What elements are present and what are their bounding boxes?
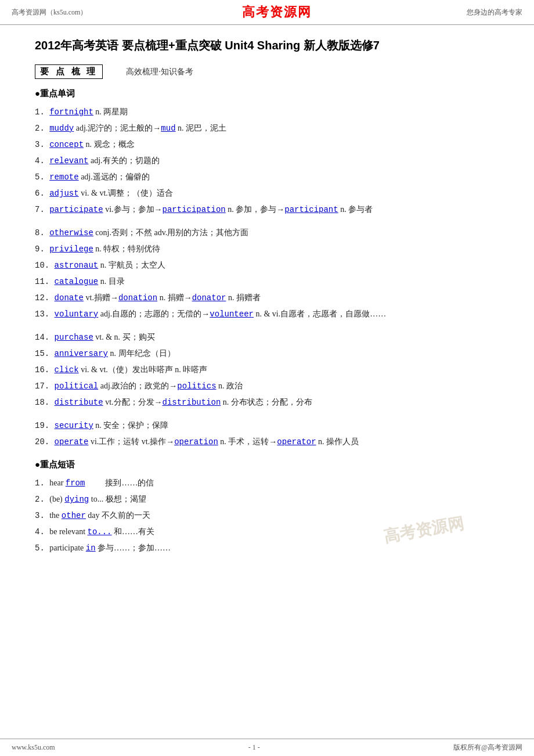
list-item: 15. anniversary n. 周年纪念（日）	[35, 345, 499, 362]
word-link-voluntary[interactable]: voluntary	[55, 309, 99, 319]
page-wrapper: 高考资源网（ks5u.com） 高考资源网 您身边的高考专家 高考资源网 201…	[0, 0, 534, 756]
word-link-relevant[interactable]: relevant	[49, 156, 88, 165]
list-item: 19. security n. 安全；保护；保障	[35, 417, 499, 434]
list-item: 14. purchase vt. & n. 买；购买	[35, 329, 499, 345]
list-item: 5. participate in 参与……；参加……	[35, 540, 499, 556]
word-link-remote[interactable]: remote	[49, 172, 78, 182]
word-link-distribute[interactable]: distribute	[55, 398, 103, 407]
list-item: 17. political adj.政治的；政党的→politics n. 政治	[35, 378, 499, 394]
list-item: 7. participate vi.参与；参加→participation n.…	[35, 201, 499, 218]
list-item: 4. relevant adj.有关的；切题的	[35, 153, 499, 169]
list-item: 5. remote adj.遥远的；偏僻的	[35, 169, 499, 185]
word-link-otherwise[interactable]: otherwise	[49, 228, 93, 237]
header-logo: 高考资源网	[242, 3, 312, 21]
list-item: 4. be relevant to... 和……有关	[35, 524, 499, 540]
list-item: 16. click vi. & vt.（使）发出咔嗒声 n. 咔嗒声	[35, 362, 499, 378]
section-header-sub: 高效梳理·知识备考	[126, 67, 193, 77]
list-item: 10. astronaut n. 宇航员；太空人	[35, 257, 499, 273]
word-link-politics[interactable]: politics	[177, 381, 216, 391]
list-item: 9. privilege n. 特权；特别优待	[35, 241, 499, 257]
word-link-mud[interactable]: mud	[161, 124, 175, 133]
word-link-operation[interactable]: operation	[174, 437, 218, 447]
main-title: 2012年高考英语 要点梳理+重点突破 Unit4 Sharing 新人教版选修…	[35, 37, 499, 54]
word-list-1: 1. fortnight n. 两星期 2. muddy adj.泥泞的；泥土般…	[35, 104, 499, 218]
page-header: 高考资源网（ks5u.com） 高考资源网 您身边的高考专家	[0, 0, 534, 25]
word-link-donator[interactable]: donator	[192, 293, 226, 303]
word-link-donation[interactable]: donation	[118, 293, 157, 303]
bullet-words-title: ●重点单词	[35, 88, 499, 99]
word-list-2: 8. otherwise conj.否则；不然 adv.用别的方法；其他方面 9…	[35, 225, 499, 322]
list-item: 13. voluntary adj.自愿的；志愿的；无偿的→volunteer …	[35, 306, 499, 322]
word-link-participant[interactable]: participant	[284, 205, 338, 214]
list-item: 20. operate vi.工作；运转 vt.操作→operation n. …	[35, 434, 499, 450]
word-link-fortnight[interactable]: fortnight	[49, 107, 93, 117]
word-link-participate[interactable]: participate	[49, 205, 103, 214]
list-item: 2. (be) dying to... 极想；渴望	[35, 491, 499, 507]
word-link-participation[interactable]: participation	[163, 205, 226, 214]
list-item: 3. the other day 不久前的一天	[35, 507, 499, 524]
word-link-concept[interactable]: concept	[49, 140, 84, 149]
list-item: 12. donate vt.捐赠→donation n. 捐赠→donator …	[35, 290, 499, 306]
word-link-muddy[interactable]: muddy	[49, 124, 74, 133]
word-list-4: 19. security n. 安全；保护；保障 20. operate vi.…	[35, 417, 499, 450]
word-link-donate[interactable]: donate	[55, 293, 84, 303]
page-footer: www.ks5u.com - 1 - 版权所有@高考资源网	[0, 739, 534, 756]
word-link-purchase[interactable]: purchase	[55, 333, 93, 342]
word-link-click[interactable]: click	[55, 365, 79, 375]
word-link-political[interactable]: political	[55, 381, 99, 391]
section-header: 要 点 梳 理 高效梳理·知识备考	[35, 64, 499, 79]
list-item: 3. concept n. 观念；概念	[35, 136, 499, 153]
header-right: 您身边的高考专家	[467, 8, 522, 17]
phrase-list: 1. hear from 接到……的信 2. (be) dying to... …	[35, 475, 499, 556]
list-item: 6. adjust vi. & vt.调整；（使）适合	[35, 185, 499, 201]
footer-right: 版权所有@高考资源网	[453, 743, 522, 753]
word-link-adjust[interactable]: adjust	[49, 189, 78, 198]
section-header-label: 要 点 梳 理	[35, 64, 103, 79]
word-list-3: 14. purchase vt. & n. 买；购买 15. anniversa…	[35, 329, 499, 411]
word-link-operator[interactable]: operator	[277, 437, 316, 447]
list-item: 8. otherwise conj.否则；不然 adv.用别的方法；其他方面	[35, 225, 499, 241]
word-link-catalogue[interactable]: catalogue	[55, 277, 99, 286]
page-content: 高考资源网 2012年高考英语 要点梳理+重点突破 Unit4 Sharing …	[0, 25, 534, 739]
header-left: 高考资源网（ks5u.com）	[12, 8, 87, 17]
bullet-phrases-title: ●重点短语	[35, 459, 499, 470]
phrase-link-from[interactable]: from	[66, 478, 85, 488]
list-item: 2. muddy adj.泥泞的；泥土般的→mud n. 泥巴，泥土	[35, 120, 499, 136]
list-item: 18. distribute vt.分配；分发→distribution n. …	[35, 394, 499, 411]
list-item: 1. fortnight n. 两星期	[35, 104, 499, 120]
word-link-security[interactable]: security	[55, 421, 93, 430]
word-link-privilege[interactable]: privilege	[49, 244, 93, 254]
word-link-anniversary[interactable]: anniversary	[55, 349, 108, 358]
phrase-link-in[interactable]: in	[86, 543, 96, 553]
phrase-link-other[interactable]: other	[62, 511, 86, 520]
footer-left: www.ks5u.com	[12, 743, 55, 752]
word-link-astronaut[interactable]: astronaut	[55, 261, 99, 270]
footer-page: - 1 -	[55, 743, 453, 752]
list-item: 11. catalogue n. 目录	[35, 273, 499, 290]
phrase-link-to[interactable]: to...	[88, 527, 112, 537]
word-link-distribution[interactable]: distribution	[163, 398, 221, 407]
list-item: 1. hear from 接到……的信	[35, 475, 499, 491]
word-link-operate[interactable]: operate	[55, 437, 89, 447]
word-link-volunteer[interactable]: volunteer	[210, 309, 254, 319]
phrase-link-dying[interactable]: dying	[64, 495, 89, 504]
